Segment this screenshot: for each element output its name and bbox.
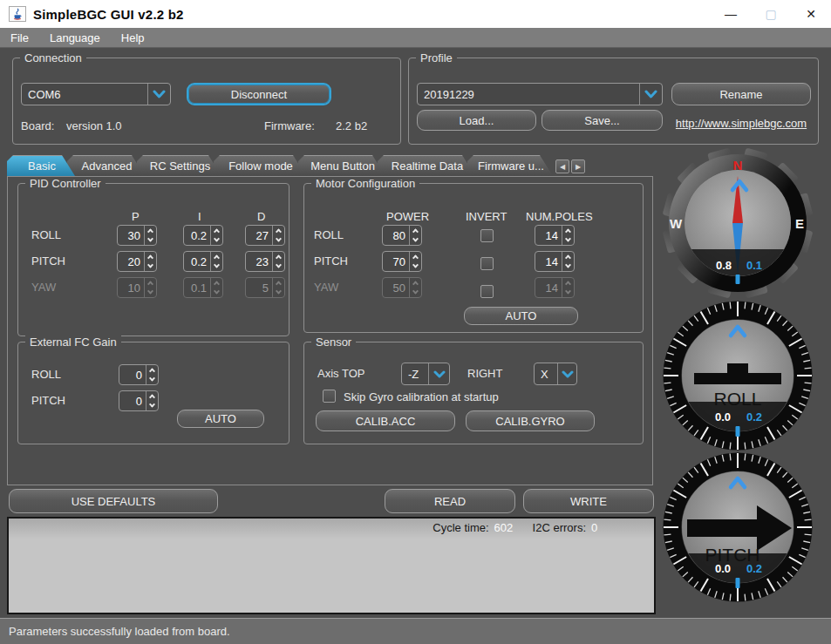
pid-pitch-p-spinner[interactable]: 20 xyxy=(117,251,157,272)
tab-basic[interactable]: Basic xyxy=(7,155,75,176)
spinner-down-icon[interactable] xyxy=(146,401,158,410)
menu-help[interactable]: Help xyxy=(111,28,155,48)
disconnect-button[interactable]: Disconnect xyxy=(187,83,331,105)
spinner-up-icon[interactable] xyxy=(562,252,574,261)
spinner-value[interactable]: 80 xyxy=(383,226,409,245)
tab-rc-settings[interactable]: RC Settings xyxy=(137,155,221,176)
motor-pitch-invert-checkbox[interactable] xyxy=(480,257,494,270)
spinner-down-icon[interactable] xyxy=(146,375,158,384)
spinner-value[interactable]: 70 xyxy=(383,252,409,271)
load-button[interactable]: Load... xyxy=(417,110,536,131)
i2c-errors-label: I2C errors: xyxy=(533,521,586,534)
chevron-down-icon xyxy=(557,363,576,384)
spinner-down-icon[interactable] xyxy=(410,261,421,271)
pid-roll-p-spinner[interactable]: 30 xyxy=(117,225,157,246)
spinner-down-icon[interactable] xyxy=(562,235,574,245)
rename-button[interactable]: Rename xyxy=(671,83,811,105)
simplebgc-link[interactable]: http://www.simplebgc.com xyxy=(670,117,813,130)
spinner-value: 14 xyxy=(535,278,562,297)
fc-roll-spinner[interactable]: 0 xyxy=(119,364,159,385)
motor-roll-power-spinner[interactable]: 80 xyxy=(382,225,422,246)
status-bar: Parameters successfully loaded from boar… xyxy=(0,618,831,644)
window-title: SimpleBGC GUI v2.2 b2 xyxy=(33,7,184,22)
spinner-down-icon[interactable] xyxy=(273,261,284,271)
motor-roll-poles-spinner[interactable]: 14 xyxy=(535,225,575,246)
use-defaults-button[interactable]: USE DEFAULTS xyxy=(9,489,218,513)
spinner-value[interactable]: 0 xyxy=(119,365,146,384)
connection-legend: Connection xyxy=(20,51,86,64)
fc-pitch-spinner[interactable]: 0 xyxy=(119,390,159,411)
spinner-up-icon[interactable] xyxy=(145,252,156,261)
spinner-up-icon[interactable] xyxy=(145,226,156,235)
save-button[interactable]: Save... xyxy=(542,110,663,131)
tab-scroll-left-icon[interactable]: ◀ xyxy=(555,159,569,173)
motor-yaw-invert-checkbox[interactable] xyxy=(480,285,494,298)
menu-bar: File Language Help xyxy=(0,28,831,48)
spinner-up-icon[interactable] xyxy=(211,226,222,235)
calib-acc-button[interactable]: CALIB.ACC xyxy=(316,410,455,431)
pid-pitch-i-spinner[interactable]: 0.2 xyxy=(183,251,223,272)
maximize-icon[interactable]: ▢ xyxy=(751,0,791,28)
menu-file[interactable]: File xyxy=(0,28,39,48)
tab-advanced[interactable]: Advanced xyxy=(67,155,145,176)
spinner-up-icon[interactable] xyxy=(410,226,421,235)
tab-menu-button[interactable]: Menu Button xyxy=(298,155,385,176)
spinner-value[interactable]: 0 xyxy=(119,391,146,410)
spinner-up-icon[interactable] xyxy=(146,391,158,401)
write-button[interactable]: WRITE xyxy=(523,489,654,513)
motor-pitch-power-spinner[interactable]: 70 xyxy=(382,251,422,272)
tab-scroll-right-icon[interactable]: ▶ xyxy=(571,159,585,173)
motor-yaw-power-spinner: 50 xyxy=(382,277,422,298)
spinner-down-icon[interactable] xyxy=(211,235,222,245)
spinner-down-icon[interactable] xyxy=(145,261,156,271)
menu-language[interactable]: Language xyxy=(39,28,111,48)
i2c-errors-value: 0 xyxy=(591,521,616,534)
fc-pitch-label: PITCH xyxy=(31,394,65,407)
spinner-value[interactable]: 0.2 xyxy=(184,226,210,245)
spinner-value[interactable]: 30 xyxy=(118,226,144,245)
minimize-icon[interactable]: — xyxy=(711,0,751,28)
right-axis-select[interactable]: X xyxy=(534,363,577,385)
yaw-value: 0.8 xyxy=(716,259,732,272)
spinner-up-icon[interactable] xyxy=(273,226,284,235)
right-axis-value: X xyxy=(535,363,557,384)
spinner-up-icon[interactable] xyxy=(562,226,574,235)
spinner-value[interactable]: 27 xyxy=(246,226,272,245)
spinner-up-icon[interactable] xyxy=(211,252,222,261)
pitch-gauge: PITCH 0.0 0.2 xyxy=(661,451,814,604)
tab-firmware-upgrade[interactable]: Firmware u... xyxy=(467,155,553,176)
axis-top-value: -Z xyxy=(402,363,428,384)
spinner-down-icon[interactable] xyxy=(145,235,156,245)
java-app-icon xyxy=(9,6,26,22)
motor-pitch-poles-spinner[interactable]: 14 xyxy=(535,251,575,272)
fc-auto-button[interactable]: AUTO xyxy=(177,410,264,428)
skip-gyro-checkbox[interactable] xyxy=(323,390,336,403)
spinner-down-icon[interactable] xyxy=(273,235,284,245)
spinner-up-icon[interactable] xyxy=(146,365,158,375)
motor-auto-button[interactable]: AUTO xyxy=(464,307,578,325)
motor-roll-invert-checkbox[interactable] xyxy=(480,229,494,242)
spinner-value[interactable]: 14 xyxy=(535,252,562,271)
read-button[interactable]: READ xyxy=(385,489,515,513)
pid-pitch-d-spinner[interactable]: 23 xyxy=(245,251,285,272)
profile-select[interactable]: 20191229 xyxy=(417,83,663,105)
pid-roll-d-spinner[interactable]: 27 xyxy=(245,225,285,246)
spinner-down-icon[interactable] xyxy=(211,261,222,271)
spinner-down-icon[interactable] xyxy=(562,261,574,271)
tab-realtime-data[interactable]: Realtime Data xyxy=(378,155,475,176)
spinner-down-icon[interactable] xyxy=(410,235,421,245)
calib-gyro-button[interactable]: CALIB.GYRO xyxy=(466,410,595,431)
close-icon[interactable]: ✕ xyxy=(791,0,831,28)
com-port-select[interactable]: COM6 xyxy=(21,83,171,105)
pid-roll-i-spinner[interactable]: 0.2 xyxy=(183,225,223,246)
spinner-up-icon[interactable] xyxy=(410,252,421,261)
sensor-legend: Sensor xyxy=(311,336,356,349)
spinner-value[interactable]: 23 xyxy=(246,252,272,271)
spinner-value[interactable]: 0.2 xyxy=(184,252,210,271)
pid-row-yaw-label: YAW xyxy=(31,281,56,294)
spinner-value[interactable]: 20 xyxy=(118,252,144,271)
tab-follow-mode[interactable]: Follow mode xyxy=(214,155,306,176)
spinner-up-icon[interactable] xyxy=(273,252,284,261)
spinner-value[interactable]: 14 xyxy=(535,226,562,245)
axis-top-select[interactable]: -Z xyxy=(401,363,450,385)
